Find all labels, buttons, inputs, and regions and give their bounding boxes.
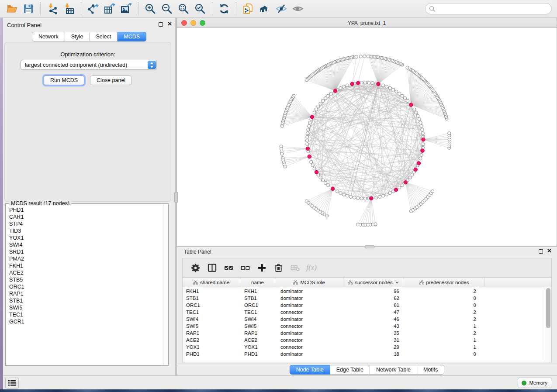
graph-node[interactable] [315, 108, 318, 111]
graph-node[interactable] [413, 108, 416, 111]
graph-dominator-node[interactable] [409, 103, 413, 107]
graph-node[interactable] [324, 96, 327, 100]
graph-node[interactable] [385, 85, 388, 88]
table-cell-successor_nodes[interactable]: 31 [343, 337, 404, 344]
graph-node[interactable] [308, 121, 311, 124]
mcds-result-list[interactable]: PHD1CAR1STP4TID3YOX1SWI4SRD1PMA2FKH1ACE2… [6, 205, 163, 365]
graph-node[interactable] [363, 197, 367, 200]
table-cell-mcds_role[interactable]: dominator [275, 288, 343, 295]
graph-node[interactable] [420, 154, 423, 157]
table-row[interactable]: TEC1TEC1connector472 [183, 309, 545, 316]
table-cell-mcds_role[interactable]: connector [275, 337, 343, 344]
table-cell-successor_nodes[interactable]: 35 [343, 330, 404, 337]
graph-dominator-node[interactable] [331, 187, 335, 191]
graph-node[interactable] [420, 124, 423, 127]
table-cell-predecessor_nodes[interactable]: 0 [404, 351, 484, 358]
table-cell-shared_name[interactable]: STB1 [183, 295, 240, 302]
search-input[interactable] [438, 4, 548, 13]
table-cell-name[interactable]: YOX1 [240, 344, 275, 351]
mcds-result-item[interactable]: SRD1 [9, 248, 163, 255]
table-cell-predecessor_nodes[interactable]: 1 [404, 344, 484, 351]
clone-network-button[interactable] [241, 1, 256, 16]
graph-node[interactable] [308, 124, 311, 127]
table-cell-predecessor_nodes[interactable]: 2 [404, 330, 484, 337]
table-cell-mcds_role[interactable]: dominator [275, 330, 343, 337]
mcds-result-item[interactable]: ORC1 [9, 283, 163, 290]
graph-node[interactable] [339, 192, 342, 195]
table-cell-predecessor_nodes[interactable]: 2 [404, 288, 484, 295]
search-box[interactable] [425, 3, 552, 14]
table-cell-shared_name[interactable]: FKH1 [183, 288, 240, 295]
table-row[interactable]: ACE2ACE2connector311 [183, 337, 545, 344]
graph-node[interactable] [385, 193, 388, 196]
mcds-result-item[interactable]: PMA2 [9, 255, 163, 262]
splitter-grip[interactable] [174, 192, 178, 203]
table-cell-mcds_role[interactable]: connector [275, 323, 343, 330]
table-cell-predecessor_nodes[interactable]: 2 [404, 316, 484, 323]
graph-node[interactable] [346, 194, 349, 197]
table-cell-successor_nodes[interactable]: 96 [343, 288, 404, 295]
table-row[interactable]: SWI5SWI5connector431 [183, 323, 545, 330]
export-table-button[interactable] [102, 1, 117, 16]
graph-dominator-node[interactable] [306, 147, 310, 151]
first-neighbors-button[interactable] [257, 1, 272, 16]
graph-node[interactable] [353, 196, 356, 199]
graph-node[interactable] [395, 90, 398, 93]
table-cell-mcds_role[interactable]: dominator [275, 295, 343, 302]
graph-node[interactable] [392, 88, 395, 91]
graph-leaf-node[interactable] [325, 214, 329, 217]
import-table-button[interactable] [62, 1, 76, 16]
table-cell-predecessor_nodes[interactable]: 1 [404, 337, 484, 344]
graph-node[interactable] [403, 96, 406, 100]
graph-node[interactable] [311, 164, 314, 167]
mcds-result-item[interactable]: STB1 [9, 297, 163, 304]
network-graph[interactable] [177, 28, 557, 244]
graph-node[interactable] [374, 196, 377, 199]
table-cell-name[interactable]: FKH1 [240, 288, 275, 295]
task-history-button[interactable] [5, 378, 19, 389]
table-row[interactable]: PHD1PHD1dominator180 [183, 351, 545, 358]
table-cell-name[interactable]: TEC1 [240, 309, 275, 316]
graph-node[interactable] [401, 94, 404, 97]
tab-motifs[interactable]: Motifs [417, 365, 444, 375]
table-row[interactable]: RAP1RAP1dominator352 [183, 330, 545, 337]
graph-dominator-node[interactable] [414, 168, 418, 172]
graph-node[interactable] [310, 160, 313, 163]
mcds-result-item[interactable]: PHD1 [9, 206, 163, 213]
mcds-result-item[interactable]: SWI5 [9, 304, 163, 311]
network-view-titlebar[interactable]: YPA_prune.txt_1 [177, 18, 557, 28]
graph-node[interactable] [324, 181, 327, 184]
table-cell-successor_nodes[interactable]: 62 [343, 295, 404, 302]
graph-node[interactable] [321, 99, 324, 102]
table-row[interactable]: SWI4SWI4dominator462 [183, 316, 545, 323]
mcds-result-item[interactable]: STB5 [9, 276, 163, 283]
graph-node[interactable] [415, 111, 418, 114]
table-scrollbar[interactable] [545, 288, 551, 362]
graph-node[interactable] [408, 176, 412, 179]
export-network-button[interactable] [86, 1, 100, 16]
close-table-panel-icon[interactable]: ✕ [547, 248, 552, 254]
graph-node[interactable] [406, 99, 409, 102]
graph-node[interactable] [411, 173, 414, 176]
graph-leaf-node[interactable] [280, 124, 284, 127]
graph-dominator-node[interactable] [421, 149, 425, 153]
graph-dominator-node[interactable] [308, 155, 311, 158]
table-cell-mcds_role[interactable]: dominator [275, 316, 343, 323]
graph-leaf-node[interactable] [280, 152, 284, 155]
mcds-result-item[interactable]: YOX1 [9, 234, 163, 241]
table-cell-successor_nodes[interactable]: 18 [343, 351, 404, 358]
hide-selected-button[interactable] [274, 1, 289, 16]
graph-node[interactable] [421, 132, 424, 135]
table-cell-mcds_role[interactable]: dominator [275, 302, 343, 309]
show-column-button[interactable] [205, 261, 218, 274]
graph-node[interactable] [305, 139, 308, 142]
table-cell-name[interactable]: ORC1 [240, 302, 275, 309]
graph-node[interactable] [371, 81, 374, 84]
table-cell-successor_nodes[interactable]: 43 [343, 323, 404, 330]
graph-node[interactable] [336, 190, 339, 193]
tab-mcds[interactable]: MCDS [118, 32, 146, 41]
graph-dominator-node[interactable] [417, 162, 421, 165]
table-cell-successor_nodes[interactable]: 47 [343, 309, 404, 316]
graph-node[interactable] [419, 157, 422, 160]
refresh-button[interactable] [217, 1, 232, 16]
